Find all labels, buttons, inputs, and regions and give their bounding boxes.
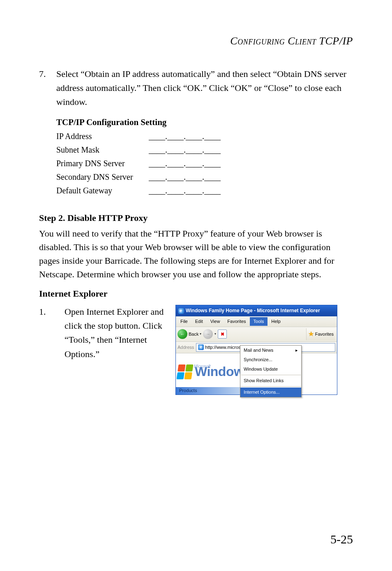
menu-favorites[interactable]: Favorites [224,317,249,326]
forward-button[interactable]: → [203,329,213,339]
address-label: Address [178,344,194,351]
microsoft-label: Microsoft [194,363,211,370]
dropdown-arrow-icon: ▾ [200,332,201,337]
row-blank: ____.____.____.____ [149,172,221,182]
menu-file[interactable]: File [177,317,191,326]
submenu-arrow-icon: ▸ [295,347,298,354]
table-row: Default Gateway ____.____.____.____ [56,186,353,195]
page-number: 5-25 [330,532,353,546]
menu-edit[interactable]: Edit [191,317,207,326]
windows-logo-icon [176,364,193,379]
star-icon: ★ [308,329,314,339]
dd-mail-and-news[interactable]: Mail and News ▸ [240,346,301,355]
list-item-7: 7. Select “Obtain an IP address automati… [39,67,353,109]
step2-paragraph: You will need to verify that the “HTTP P… [39,227,353,281]
dropdown-separator [241,386,301,387]
stop-button[interactable]: ✖ [218,330,227,339]
ie-title-text: Windows Family Home Page - Microsoft Int… [186,307,320,315]
list-body: Select “Obtain an IP address automatical… [56,67,353,109]
list-number: 7. [39,67,56,109]
ie-titlebar: Windows Family Home Page - Microsoft Int… [176,305,337,316]
back-label: Back [189,331,198,338]
menu-tools[interactable]: Tools [250,317,268,326]
step2-heading: Step 2. Disable HTTP Proxy [39,213,353,223]
table-row: Subnet Mask ____.____.____.____ [56,145,353,155]
table-heading: TCP/IP Configuration Setting [56,117,353,128]
table-row: Primary DNS Server ____.____.____.____ [56,159,353,168]
tcpip-table: TCP/IP Configuration Setting IP Address … [56,117,353,195]
favorites-label: Favorites [315,331,334,338]
back-button[interactable]: ← Back ▾ [178,329,201,339]
row-blank: ____.____.____.____ [149,145,221,155]
running-head: Configuring Client TCP/IP [39,35,353,47]
table-row: IP Address ____.____.____.____ [56,132,353,141]
row-label: Primary DNS Server [56,159,149,168]
tools-dropdown: Mail and News ▸ Synchronize... Windows U… [240,345,302,397]
ie-subheading: Internet Explorer [39,288,353,299]
list-number: 1. [39,305,56,395]
dropdown-separator [241,375,301,375]
dropdown-arrow-icon: ▾ [214,332,216,337]
table-row: Secondary DNS Server ____.____.____.____ [56,172,353,182]
row-blank: ____.____.____.____ [149,186,221,195]
dd-windows-update[interactable]: Windows Update [240,364,301,374]
dd-synchronize[interactable]: Synchronize... [240,355,301,364]
dd-label: Mail and News [244,347,273,354]
list-body: Open Internet Explorer and click the sto… [65,305,167,395]
ie-logo-icon [178,308,184,314]
menu-view[interactable]: View [207,317,224,326]
row-blank: ____.____.____.____ [149,159,221,168]
ie-screenshot: Windows Family Home Page - Microsoft Int… [175,305,337,395]
row-label: Subnet Mask [56,145,149,155]
address-value: http://www.microso [205,344,243,351]
favorites-button[interactable]: ★ Favorites [306,328,335,340]
products-tab[interactable]: Products [179,387,197,394]
ie-menubar: File Edit View Favorites Tools Help [176,316,337,327]
row-blank: ____.____.____.____ [149,132,221,141]
dd-internet-options[interactable]: Internet Options... [240,388,301,397]
row-label: IP Address [56,132,149,141]
page-icon: e [198,344,204,350]
dd-show-related-links[interactable]: Show Related Links [240,376,301,385]
ie-toolbar-area: ← Back ▾ → ▾ ✖ ★ Favorites Address e [176,327,337,362]
list-item-1: 1. Open Internet Explorer and click the … [39,305,353,395]
row-label: Secondary DNS Server [56,172,149,182]
back-icon: ← [178,329,187,339]
row-label: Default Gateway [56,186,149,195]
menu-help[interactable]: Help [267,317,284,326]
ie-toolbar: ← Back ▾ → ▾ ✖ ★ Favorites [176,327,337,342]
